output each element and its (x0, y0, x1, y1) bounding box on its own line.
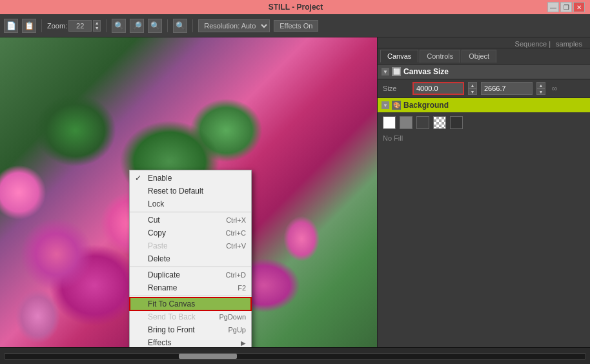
ctx-cut-label: Cut (148, 216, 160, 225)
sequence-label: Sequence | (515, 40, 551, 48)
ctx-enable-label: Enable (148, 174, 172, 183)
ctx-copy[interactable]: Copy Ctrl+C (130, 227, 251, 239)
ctx-cut[interactable]: Cut Ctrl+X (130, 214, 251, 227)
canvas-width-down[interactable]: ▼ (468, 88, 477, 95)
close-button[interactable]: ✕ (573, 2, 585, 12)
canvas-width-input[interactable] (412, 82, 464, 95)
samples-label: samples (556, 40, 582, 48)
ctx-copy-shortcut: Ctrl+C (226, 229, 246, 237)
zoom-down[interactable]: ▼ (94, 26, 100, 31)
maximize-button[interactable]: ❐ (560, 2, 572, 12)
toolbar-separator-2 (106, 19, 107, 32)
ctx-delete[interactable]: Delete (130, 252, 251, 265)
ctx-bring-front[interactable]: Bring to Front PgUp (130, 323, 251, 336)
toolbar-separator-3 (167, 19, 168, 32)
open-icon[interactable]: 📋 (22, 19, 36, 33)
zoom-in-icon[interactable]: 🔎 (130, 19, 144, 33)
background-title: Background (403, 101, 449, 110)
canvas-size-row: Size ▲ ▼ ▲ ▼ ∞ (378, 79, 590, 98)
canvas-height-down[interactable]: ▼ (536, 88, 545, 95)
canvas-width-up[interactable]: ▲ (468, 82, 477, 88)
link-icon[interactable]: ∞ (549, 83, 560, 94)
horizontal-scrollbar[interactable] (4, 353, 586, 359)
ctx-lock-label: Lock (148, 199, 164, 208)
ctx-bring-front-label: Bring to Front (148, 325, 195, 334)
ctx-rename-label: Rename (148, 283, 177, 292)
ctx-reset-label: Reset to Default (148, 187, 203, 196)
zoom-fit-icon[interactable]: 🔍 (112, 19, 126, 33)
search-icon[interactable]: 🔍 (173, 19, 187, 33)
ctx-sep-3 (130, 296, 251, 296)
ctx-sep-1 (130, 212, 251, 212)
zoom-out-icon[interactable]: 🔍 (148, 19, 162, 33)
effects-button[interactable]: Effects On (274, 20, 318, 32)
canvas-height-up[interactable]: ▲ (536, 82, 545, 88)
panel-tabs-row: Sequence | samples (378, 37, 590, 48)
window-title: STILL - Project (44, 3, 547, 12)
ctx-send-back[interactable]: Send To Back PgDown (130, 310, 251, 323)
tab-object[interactable]: Object (462, 50, 496, 63)
window-controls: — ❐ ✕ (547, 2, 585, 12)
no-fill-label: No Fill (378, 133, 590, 143)
swatch-grid[interactable] (450, 116, 463, 129)
ctx-fit-canvas-label: Fit To Canvas (148, 299, 195, 308)
ctx-effects-label: Effects (148, 338, 171, 347)
ctx-copy-label: Copy (148, 228, 166, 238)
canvas-size-title: Canvas Size (403, 67, 449, 76)
ctx-reset[interactable]: Reset to Default (130, 185, 251, 197)
zoom-up[interactable]: ▲ (94, 21, 100, 26)
bg-collapse[interactable]: ▼ (381, 101, 389, 109)
canvas-size-section-header: ▼ ⬜ Canvas Size (378, 65, 590, 79)
ctx-rename[interactable]: Rename F2 (130, 281, 251, 294)
ctx-delete-label: Delete (148, 254, 170, 263)
swatch-dark-gray[interactable] (416, 116, 429, 129)
ctx-paste[interactable]: Paste Ctrl+V (130, 239, 251, 252)
ctx-duplicate[interactable]: Duplicate Ctrl+D (130, 268, 251, 281)
swatches-row (378, 112, 590, 133)
zoom-input[interactable] (68, 20, 92, 32)
ctx-effects-arrow: ▶ (241, 339, 246, 347)
background-section-header: ▼ 🎨 Background (378, 98, 590, 112)
ctx-send-back-shortcut: PgDown (219, 313, 246, 321)
canvas-size-icon: ⬜ (392, 67, 401, 76)
ctx-paste-shortcut: Ctrl+V (226, 242, 246, 250)
size-label: Size (383, 85, 409, 92)
ctx-lock[interactable]: Lock (130, 197, 251, 210)
zoom-control: Zoom: ▲ ▼ (47, 20, 101, 32)
tab-bar: Canvas Controls Object (378, 48, 590, 65)
scrollbar-thumb[interactable] (179, 354, 237, 359)
ctx-enable[interactable]: ✓ Enable (130, 172, 251, 185)
right-panel: Sequence | samples Canvas Controls Objec… (377, 37, 590, 347)
bg-icon: 🎨 (392, 101, 401, 110)
minimize-button[interactable]: — (547, 2, 559, 12)
toolbar-separator-4 (192, 19, 193, 32)
canvas-area: ⬇ ✓ Enable Reset to Default Lock Cut Ctr… (0, 37, 377, 347)
canvas-height-input[interactable] (481, 82, 533, 95)
bottom-bar (0, 347, 590, 364)
ctx-effects[interactable]: Effects ▶ (130, 336, 251, 347)
swatch-white[interactable] (383, 116, 396, 129)
zoom-spinner[interactable]: ▲ ▼ (93, 20, 101, 32)
canvas-width-spinner: ▲ ▼ (468, 82, 477, 95)
ctx-duplicate-shortcut: Ctrl+D (226, 271, 246, 279)
enable-check: ✓ (135, 174, 141, 183)
ctx-bring-front-shortcut: PgUp (228, 326, 246, 334)
title-bar: STILL - Project — ❐ ✕ (0, 0, 590, 14)
zoom-label: Zoom: (47, 22, 67, 30)
canvas-size-collapse[interactable]: ▼ (381, 68, 389, 76)
context-menu: ✓ Enable Reset to Default Lock Cut Ctrl+… (129, 170, 252, 347)
ctx-rename-shortcut: F2 (238, 284, 246, 292)
toolbar: 📄 📋 Zoom: ▲ ▼ 🔍 🔎 🔍 🔍 Resolution: Auto E… (0, 14, 590, 37)
ctx-fit-canvas[interactable]: Fit To Canvas (130, 298, 251, 310)
ctx-duplicate-label: Duplicate (148, 270, 180, 279)
ctx-sep-2 (130, 267, 251, 267)
resolution-select[interactable]: Resolution: Auto (198, 19, 270, 32)
tab-controls[interactable]: Controls (420, 50, 460, 63)
swatch-checker[interactable] (433, 116, 446, 129)
tab-canvas[interactable]: Canvas (380, 50, 418, 63)
new-icon[interactable]: 📄 (4, 19, 18, 33)
swatch-gray[interactable] (400, 116, 412, 129)
toolbar-separator-1 (41, 19, 42, 32)
canvas-height-spinner: ▲ ▼ (536, 82, 545, 95)
ctx-send-back-label: Send To Back (148, 312, 196, 321)
